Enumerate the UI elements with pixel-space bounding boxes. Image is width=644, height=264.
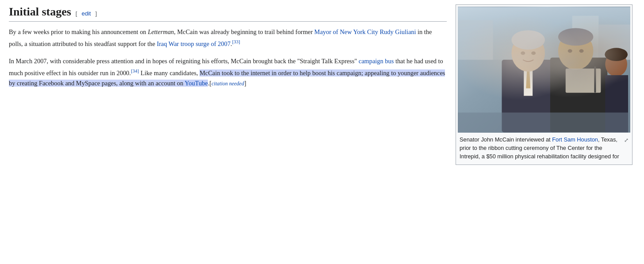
link-iraq-war-surge[interactable]: Iraq War troop surge of 2007 (157, 40, 231, 47)
image-placeholder (458, 7, 630, 133)
svg-point-14 (558, 28, 594, 46)
link-youtube[interactable]: YouTube (185, 80, 208, 87)
caption-text1: Senator John McCain interviewed at (460, 136, 552, 143)
svg-rect-18 (594, 66, 596, 93)
expand-icon[interactable]: ⤢ (624, 136, 629, 144)
svg-rect-2 (572, 16, 599, 60)
svg-point-13 (558, 32, 594, 70)
svg-point-10 (521, 51, 525, 55)
page-wrapper: Initial stages [ edit ] By a few weeks p… (9, 4, 635, 165)
para1-text2: , McCain was already beginning to trail … (174, 28, 314, 35)
svg-rect-1 (458, 7, 630, 60)
ref-33-link[interactable]: [33] (232, 39, 240, 44)
svg-point-19 (605, 52, 627, 77)
edit-link[interactable]: edit (81, 9, 91, 19)
para1-letterman: Letterman (148, 28, 174, 35)
svg-marker-7 (526, 62, 530, 88)
section-title: Initial stages (9, 4, 71, 19)
photo-svg (458, 7, 630, 133)
svg-point-9 (511, 30, 545, 50)
para1-text1: By a few weeks prior to making his annou… (9, 28, 148, 35)
link-campaign-bus[interactable]: campaign bus (359, 57, 394, 65)
citation-needed: citation needed (211, 80, 244, 87)
section-heading: Initial stages [ edit ] (9, 4, 447, 22)
svg-point-8 (511, 34, 545, 72)
main-content: Initial stages [ edit ] By a few weeks p… (9, 4, 447, 96)
link-fort-sam-houston[interactable]: Fort Sam Houston (552, 136, 598, 143)
svg-rect-17 (566, 69, 601, 93)
svg-point-21 (605, 48, 628, 61)
svg-point-11 (531, 51, 536, 55)
svg-rect-12 (550, 57, 607, 132)
svg-rect-0 (458, 7, 630, 133)
edit-bracket-open: [ (76, 9, 77, 19)
edit-bracket-close: ] (95, 9, 97, 19)
paragraph-2: In March 2007, with considerable press a… (9, 56, 447, 89)
svg-rect-22 (458, 113, 630, 133)
ref-34-link[interactable]: [34] (131, 68, 139, 73)
svg-rect-20 (605, 75, 628, 132)
ref-33[interactable]: [33] (232, 39, 240, 44)
ref-34[interactable]: [34] (131, 68, 139, 73)
para2-cn-close: ] (244, 80, 246, 87)
paragraph-1: By a few weeks prior to making his annou… (9, 27, 447, 49)
svg-rect-5 (502, 60, 554, 132)
svg-rect-4 (458, 20, 493, 60)
svg-rect-3 (598, 25, 630, 60)
svg-point-16 (579, 49, 584, 53)
svg-point-15 (568, 49, 572, 53)
link-rudy-giuliani[interactable]: Mayor of New York City Rudy Giuliani (314, 28, 416, 35)
para2-text3: Like many candidates, (139, 69, 199, 77)
para2-text1: In March 2007, with considerable press a… (9, 57, 359, 65)
sidebar: ⤢ Senator John McCain interviewed at For… (456, 4, 632, 165)
svg-rect-6 (524, 61, 533, 96)
image-box: ⤢ Senator John McCain interviewed at For… (456, 4, 632, 165)
image-caption: ⤢ Senator John McCain interviewed at For… (458, 133, 630, 163)
